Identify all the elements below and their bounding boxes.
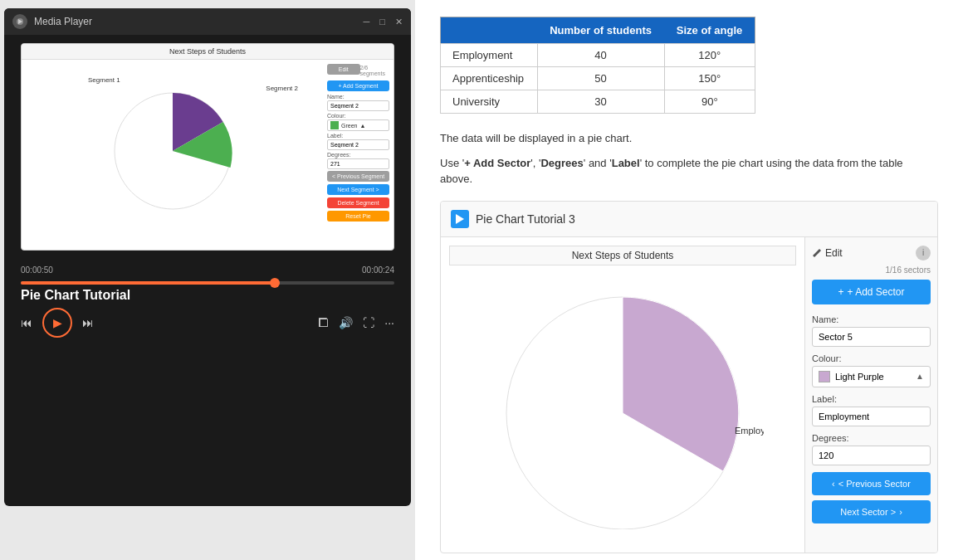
tutorial-title: Pie Chart Tutorial 3 xyxy=(476,212,575,226)
mini-delete-segment-btn[interactable]: Delete Segment xyxy=(327,197,389,208)
fullscreen-button[interactable]: ⛶ xyxy=(363,316,374,329)
table-cell-angle: 150° xyxy=(664,67,755,90)
table-cell-name: University xyxy=(441,90,538,114)
progress-thumb xyxy=(270,278,280,288)
colour-label: Colour: xyxy=(812,353,931,363)
colour-field-group: Colour: Light Purple ▲ xyxy=(812,353,931,387)
prev-chevron-icon: ‹ xyxy=(832,479,835,489)
edit-label: Edit xyxy=(825,247,843,259)
degrees-field-group: Degrees: xyxy=(812,433,931,465)
table-row: Employment 40 120° xyxy=(441,44,755,67)
edit-button[interactable]: Edit xyxy=(812,247,843,259)
subtitles-button[interactable]: ⧠ xyxy=(317,316,329,329)
prev-sector-label: < Previous Sector xyxy=(838,479,911,489)
chart-interactive: Next Steps of Students Employment xyxy=(441,237,937,553)
mini-seg-label-1: Segment 1 xyxy=(88,76,120,84)
mini-next-segment-btn[interactable]: Next Segment > xyxy=(327,184,389,195)
mini-degrees-input[interactable] xyxy=(327,158,389,169)
colour-swatch xyxy=(819,371,830,382)
name-input[interactable] xyxy=(812,327,931,347)
mini-name-label: Name: xyxy=(327,94,389,100)
more-options-button[interactable]: ··· xyxy=(384,316,394,329)
table-cell-students: 50 xyxy=(537,67,664,90)
mini-label-label: Label: xyxy=(327,133,389,139)
mini-name-input[interactable] xyxy=(327,100,389,111)
mini-seg-label-2: Segment 2 xyxy=(266,85,298,92)
chart-display: Next Steps of Students Employment xyxy=(441,237,804,553)
mini-reset-pie-btn[interactable]: Reset Pie xyxy=(327,211,389,222)
app-icon xyxy=(12,14,27,29)
table-cell-students: 40 xyxy=(537,44,664,67)
time-row: 00:00:50 00:00:24 xyxy=(21,265,394,275)
preview-content: Next Steps of Students Segment 1 Segment… xyxy=(4,35,411,259)
volume-button[interactable]: 🔊 xyxy=(339,316,353,329)
ctrl-header: Edit i xyxy=(812,246,931,261)
label-label: Label: xyxy=(812,394,931,404)
tutorial-icon xyxy=(451,210,469,228)
description-2: Use '+ Add Sector', 'Degrees' and 'Label… xyxy=(440,155,938,187)
table-row: University 30 90° xyxy=(441,90,755,114)
add-sector-label: + Add Sector xyxy=(847,286,904,298)
chart-controls: Edit i 1/16 sectors + + Add Sector Name:… xyxy=(804,237,937,553)
video-title: Pie Chart Tutorial xyxy=(4,288,411,303)
table-row: Apprenticeship 50 150° xyxy=(441,67,755,90)
mini-color-arrow: ▲ xyxy=(359,123,365,129)
edit-icon xyxy=(812,248,822,258)
rewind-button[interactable]: ⏮ xyxy=(21,316,32,329)
table-cell-angle: 120° xyxy=(664,44,755,67)
name-label: Name: xyxy=(812,314,931,324)
table-header-category xyxy=(441,17,538,44)
fast-forward-button[interactable]: ⏭ xyxy=(82,316,94,329)
data-table: Number of students Size of angle Employm… xyxy=(440,17,755,114)
progress-bar[interactable] xyxy=(21,281,394,285)
player-title: Media Player xyxy=(34,16,357,27)
table-cell-name: Apprenticeship xyxy=(441,67,538,90)
label-input[interactable] xyxy=(812,407,931,426)
bold-label: Label xyxy=(612,157,640,169)
progress-section: 00:00:50 00:00:24 xyxy=(4,259,411,285)
mini-color-select[interactable]: Green ▲ xyxy=(327,119,389,131)
next-chevron-icon: › xyxy=(899,507,902,517)
colour-value: Light Purple xyxy=(835,372,911,382)
next-sector-button[interactable]: Next Sector > › xyxy=(812,500,931,523)
table-header-students: Number of students xyxy=(537,17,664,44)
tutorial-section: Pie Chart Tutorial 3 Next Steps of Stude… xyxy=(440,201,938,553)
main-pie-svg: Employment xyxy=(482,272,764,529)
progress-fill xyxy=(21,281,275,285)
add-sector-icon: + xyxy=(838,286,843,298)
mini-counter: 2/6 segments xyxy=(360,65,389,76)
prev-sector-button[interactable]: ‹ < Previous Sector xyxy=(812,472,931,495)
add-sector-button[interactable]: + + Add Sector xyxy=(812,280,931,304)
desc1-text: The data will be displayed in a pie char… xyxy=(440,132,632,144)
mini-degrees-label: Degrees: xyxy=(327,152,389,158)
chart-inner: Segment 1 Segment 2 Edit 2/6 s xyxy=(22,60,394,242)
name-field-group: Name: xyxy=(812,314,931,347)
mini-color-swatch xyxy=(330,121,339,129)
right-panel: Number of students Size of angle Employm… xyxy=(415,0,963,560)
label-field-group: Label: xyxy=(812,394,931,426)
mini-colour-label: Colour: xyxy=(327,113,389,119)
mini-edit-btn[interactable]: Edit xyxy=(327,64,360,75)
mini-label-input[interactable] xyxy=(327,139,389,150)
mini-prev-segment-btn[interactable]: < Previous Segment xyxy=(327,171,389,182)
titlebar: Media Player ─ □ ✕ xyxy=(4,8,411,35)
sector-counter: 1/16 sectors xyxy=(812,265,931,275)
degrees-input[interactable] xyxy=(812,446,931,465)
colour-dropdown-arrow: ▲ xyxy=(916,372,924,381)
playback-controls: ⏮ ▶ ⏭ ⧠ 🔊 ⛶ ··· xyxy=(4,308,411,338)
info-button[interactable]: i xyxy=(916,246,931,261)
table-cell-students: 30 xyxy=(537,90,664,114)
mini-chart-title: Next Steps of Students xyxy=(22,44,394,60)
table-cell-name: Employment xyxy=(441,44,538,67)
table-cell-angle: 90° xyxy=(664,90,755,114)
close-button[interactable]: ✕ xyxy=(395,17,403,27)
chart-display-title: Next Steps of Students xyxy=(449,246,796,265)
mini-add-segment-btn[interactable]: + Add Segment xyxy=(327,80,389,91)
media-player: Media Player ─ □ ✕ Next Steps of Student… xyxy=(4,8,411,506)
svg-marker-3 xyxy=(456,214,464,224)
colour-select[interactable]: Light Purple ▲ xyxy=(812,366,931,387)
minimize-button[interactable]: ─ xyxy=(364,17,370,27)
play-button[interactable]: ▶ xyxy=(42,308,72,338)
employment-text: Employment xyxy=(735,426,764,436)
maximize-button[interactable]: □ xyxy=(379,17,385,27)
